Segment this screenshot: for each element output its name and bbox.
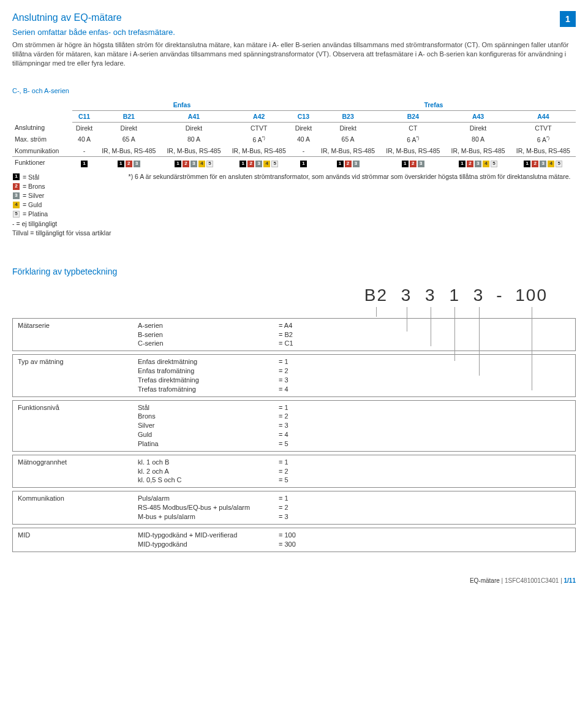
decode-body: Enfas direktmätning= 1Enfas trafomätning… (133, 355, 575, 396)
legend: 1 = Stål2 = Brons3 = Silver4 = Guld5 = P… (12, 172, 111, 238)
decode-heading: Förklaring av typbeteckning (12, 266, 576, 278)
level-icon: 2 (126, 161, 132, 167)
level-icon: 4 (198, 161, 205, 167)
level-icon: 2 (410, 161, 417, 167)
level-icon: 4 (548, 161, 554, 167)
decode-label: Funktionsnivå (13, 401, 133, 415)
page-title: Anslutning av EQ-mätare (12, 11, 555, 25)
decode-label: Mätnoggrannhet (13, 455, 133, 469)
level-icon: 3 (134, 161, 140, 167)
page-number-badge: 1 (560, 11, 576, 27)
legend-text: = Guld (23, 200, 42, 209)
decode-key: Platina (138, 439, 279, 449)
table-cell: - (72, 145, 96, 157)
level-icon: 1 (175, 161, 181, 167)
legend-text: = Brons (23, 182, 45, 191)
code-segment: 3 (398, 284, 416, 307)
level-icon: 2 (345, 161, 352, 167)
table-cell: Direkt (161, 122, 226, 134)
legend-text: Tillval = tillgängligt för vissa artikla… (12, 229, 111, 237)
table-cell: IR, M-Bus, RS-485 (227, 145, 292, 157)
series-heading: C-, B- och A-serien (12, 86, 576, 96)
decode-key: Enfas trafomätning (138, 366, 279, 376)
table-cell: 80 A (445, 134, 510, 145)
decode-block: MIDMID-typgodkänd + MID-verifierad= 100M… (12, 528, 576, 552)
decode-key: Trefas direktmätning (138, 376, 279, 385)
level-icon: 1 (81, 161, 88, 167)
level-icon: 2 (247, 161, 254, 167)
code-segment: 3 (421, 284, 440, 307)
code-segment: - (494, 286, 505, 305)
level-icon: 5 (556, 161, 562, 167)
decode-key: M-bus + puls/alarm (138, 512, 279, 521)
table-cell: CTVT (227, 122, 292, 134)
table-cell: IR, M-Bus, RS-485 (380, 145, 445, 157)
functions-cell: 12345 (511, 156, 576, 168)
legend-text: = Silver (23, 191, 44, 200)
decode-label: Mätarserie (13, 319, 133, 333)
column-header: A43 (445, 110, 510, 122)
table-cell: Direkt (72, 122, 96, 134)
intro-paragraph: Om strömmen är högre än högsta tillåten … (12, 40, 576, 68)
decode-value: = 5 (279, 476, 288, 485)
decode-key: Stål (138, 403, 279, 412)
type-code: B2 3 3 1 3 - 100 (12, 284, 551, 307)
functions-cell: 12345 (227, 156, 292, 168)
level-icon: 5 (271, 161, 278, 167)
column-header: B21 (96, 110, 161, 122)
level-icon: 5 (206, 161, 213, 167)
level-icon: 3 (418, 161, 424, 167)
code-segment: B2 (361, 284, 391, 307)
decode-label: Typ av mätning (13, 355, 133, 369)
decode-key: B-serien (138, 330, 279, 339)
decode-value: = 3 (279, 421, 288, 430)
level-icon: 3 (540, 161, 546, 167)
level-icon: 2 (467, 161, 473, 167)
table-cell: Direkt (315, 122, 380, 134)
table-cell: 65 A (315, 134, 380, 145)
table-cell: 40 A (292, 134, 315, 145)
decode-value: = 3 (279, 512, 288, 521)
phase-header-trefas: Trefas (292, 99, 576, 111)
table-cell: - (292, 145, 315, 157)
footer-doc: 1SFC481001C3401 (505, 577, 559, 584)
decode-body: Stål= 1Brons= 2Silver= 3Guld= 4Platina= … (133, 401, 575, 451)
phase-header-enfas: Enfas (72, 99, 292, 111)
column-header: C11 (72, 110, 96, 122)
table-cell: 6 A*) (227, 134, 292, 145)
decode-value: = 2 (279, 412, 288, 421)
decode-key: kl. 0,5 S och C (138, 476, 279, 485)
row-label-maxstrom: Max. ström (12, 134, 72, 145)
decode-key: Brons (138, 412, 279, 421)
row-label-funktioner: Funktioner (12, 156, 72, 168)
decode-key: Puls/alarm (138, 494, 279, 503)
level-icon: 4 (13, 202, 20, 208)
decode-value: = 4 (279, 430, 288, 439)
level-icon: 1 (13, 173, 20, 180)
column-header: A41 (161, 110, 226, 122)
table-cell: IR, M-Bus, RS-485 (315, 145, 380, 157)
column-header: B24 (380, 110, 445, 122)
decode-label: MID (13, 528, 133, 542)
decode-key: kl. 1 och B (138, 458, 279, 467)
table-cell: CTVT (511, 122, 576, 134)
level-icon: 3 (13, 192, 20, 199)
decode-key: A-serien (138, 321, 279, 330)
decode-value: = 1 (279, 403, 288, 412)
level-icon: 1 (524, 161, 530, 167)
level-icon: 1 (402, 161, 409, 167)
decode-body: MID-typgodkänd + MID-verifierad= 100MID-… (133, 528, 575, 552)
series-table: Enfas Trefas C11B21A41A42C13B23B24A43A44… (12, 99, 576, 169)
level-icon: 5 (13, 211, 20, 218)
decode-value: = 1 (279, 357, 288, 366)
legend-text: = Stål (23, 173, 39, 181)
level-icon: 1 (300, 161, 307, 167)
level-icon: 4 (263, 161, 270, 167)
decode-block: MätarserieA-serien= A4B-serien= B2C-seri… (12, 318, 576, 352)
footnote-star: *) 6 A är sekundärströmmen för en anslut… (129, 172, 576, 238)
functions-cell: 123 (96, 156, 161, 168)
level-icon: 3 (255, 161, 262, 167)
decode-value: = B2 (279, 330, 293, 339)
decode-key: Silver (138, 421, 279, 430)
level-icon: 1 (337, 161, 344, 167)
